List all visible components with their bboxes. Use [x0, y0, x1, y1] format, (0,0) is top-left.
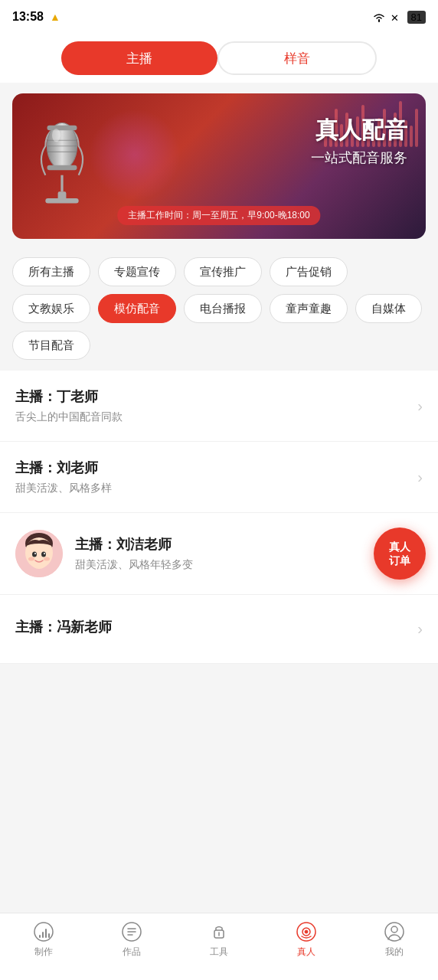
cat-imitate[interactable]: 模仿配音 — [98, 294, 176, 323]
cat-media[interactable]: 自媒体 — [355, 294, 422, 323]
anchor-item-2[interactable]: 主播：刘老师 甜美活泼、风格多样 › — [0, 442, 438, 513]
svg-rect-2 — [45, 198, 78, 204]
svg-rect-7 — [47, 165, 77, 171]
anchor-name-2: 主播：刘老师 — [15, 459, 410, 477]
arrow-icon-1: › — [417, 397, 423, 415]
svg-point-9 — [52, 129, 60, 142]
anchor-desc-2: 甜美活泼、风格多样 — [15, 482, 410, 495]
cat-promote[interactable]: 宣传推广 — [184, 257, 262, 286]
svg-rect-22 — [42, 932, 44, 938]
cat-all[interactable]: 所有主播 — [12, 257, 90, 286]
svg-text:✕: ✕ — [391, 12, 399, 22]
banner: 真人配音 一站式配音服务 主播工作时间：周一至周五，早9:00-晚18:00 — [12, 93, 426, 239]
nav-mine[interactable]: 我的 — [351, 921, 438, 959]
anchor-item-4[interactable]: 主播：冯新老师 › — [0, 595, 438, 664]
anchor-item-3[interactable]: 主播：刘洁老师 甜美活泼、风格年轻多变 真人订单 — [0, 513, 438, 595]
nav-tools-label: 工具 — [210, 946, 228, 959]
svg-point-35 — [391, 926, 397, 933]
svg-point-34 — [385, 923, 404, 941]
tab-main[interactable]: 主播 — [61, 41, 217, 75]
anchor-desc-1: 舌尖上的中国配音同款 — [15, 410, 410, 424]
float-order-button[interactable]: 真人订单 — [374, 528, 426, 580]
svg-point-14 — [32, 552, 37, 557]
bottom-nav: 制作 作品 工具 — [0, 913, 438, 980]
svg-rect-23 — [45, 929, 47, 938]
svg-point-15 — [41, 552, 46, 557]
anchor-info-1: 主播：丁老师 舌尖上的中国配音同款 — [15, 387, 410, 424]
microphone-icon — [28, 109, 112, 224]
cat-program[interactable]: 节目配音 — [12, 331, 90, 360]
cat-radio[interactable]: 电台播报 — [184, 294, 262, 323]
svg-point-17 — [44, 553, 45, 554]
signal-x-icon: ✕ — [391, 11, 403, 22]
cat-theme[interactable]: 专题宣传 — [98, 257, 176, 286]
status-bar: 13:58 ▲ ✕ 81 — [0, 0, 438, 34]
cat-edu[interactable]: 文教娱乐 — [12, 294, 90, 323]
svg-point-18 — [28, 557, 34, 561]
mine-icon — [384, 921, 405, 942]
nav-produce[interactable]: 制作 — [0, 921, 87, 959]
arrow-icon-4: › — [417, 620, 423, 638]
svg-rect-21 — [39, 935, 41, 938]
svg-point-20 — [34, 923, 53, 941]
real-icon — [296, 921, 317, 942]
anchor-info-4: 主播：冯新老师 — [15, 618, 410, 641]
cat-ad[interactable]: 广告促销 — [270, 257, 348, 286]
nav-real-label: 真人 — [297, 946, 315, 959]
anchor-list: 主播：丁老师 舌尖上的中国配音同款 › 主播：刘老师 甜美活泼、风格多样 › — [0, 371, 438, 664]
works-icon — [121, 921, 142, 942]
nav-tools[interactable]: 工具 — [175, 921, 263, 959]
svg-rect-8 — [47, 126, 77, 131]
warning-icon: ▲ — [50, 11, 60, 23]
nav-works-label: 作品 — [123, 946, 141, 959]
anchor-name-3: 主播：刘洁老师 — [75, 535, 423, 554]
anchor-info-3: 主播：刘洁老师 甜美活泼、风格年轻多变 — [75, 535, 423, 572]
anchor-desc-3: 甜美活泼、风格年轻多变 — [75, 558, 423, 572]
svg-point-33 — [305, 930, 308, 933]
anchor-item-1[interactable]: 主播：丁老师 舌尖上的中国配音同款 › — [0, 371, 438, 442]
nav-real[interactable]: 真人 — [263, 921, 350, 959]
tab-header: 主播 样音 — [0, 34, 438, 83]
tools-icon — [208, 921, 230, 942]
cat-child[interactable]: 童声童趣 — [270, 294, 348, 323]
banner-text: 真人配音 一站式配音服务 — [311, 116, 407, 167]
nav-produce-label: 制作 — [34, 946, 53, 959]
nav-mine-label: 我的 — [385, 946, 404, 959]
anchor-info-2: 主播：刘老师 甜美活泼、风格多样 — [15, 459, 410, 495]
battery-level: 81 — [407, 11, 426, 24]
svg-point-16 — [34, 553, 36, 554]
svg-rect-24 — [48, 933, 50, 938]
wifi-icon — [372, 11, 386, 22]
anchor-avatar-3 — [15, 530, 63, 577]
banner-subtitle: 一站式配音服务 — [311, 149, 407, 167]
status-icons: ✕ 81 — [372, 11, 426, 24]
svg-point-19 — [44, 557, 50, 561]
banner-notice: 主播工作时间：周一至周五，早9:00-晚18:00 — [117, 206, 320, 225]
anchor-name-4: 主播：冯新老师 — [15, 618, 410, 636]
anchor-name-1: 主播：丁老师 — [15, 387, 410, 406]
arrow-icon-2: › — [417, 469, 423, 486]
category-list: 所有主播 专题宣传 宣传推广 广告促销 文教娱乐 模仿配音 电台播报 童声童趣 … — [0, 250, 438, 363]
status-time: 13:58 — [12, 10, 44, 24]
produce-icon — [33, 921, 54, 942]
nav-works[interactable]: 作品 — [87, 921, 175, 959]
svg-point-13 — [28, 544, 50, 569]
banner-title: 真人配音 — [311, 116, 407, 144]
tab-sample[interactable]: 样音 — [217, 41, 377, 75]
